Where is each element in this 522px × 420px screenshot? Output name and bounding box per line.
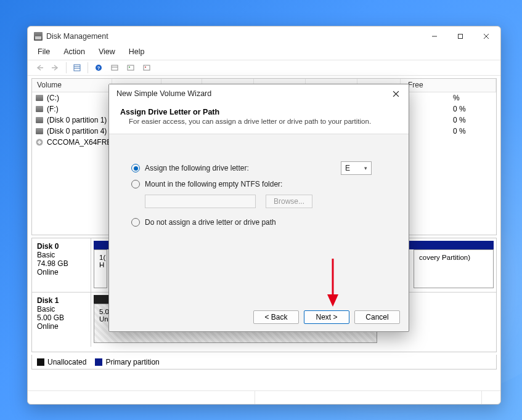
drive-icon (36, 128, 43, 134)
statusbar (28, 390, 500, 404)
drive-icon (36, 106, 43, 112)
titlebar: Disk Management (28, 26, 500, 46)
svg-rect-1 (459, 34, 463, 39)
toolbar-button-1[interactable] (69, 61, 85, 75)
toolbar: ? (28, 60, 500, 76)
dialog-heading: Assign Drive Letter or Path (120, 108, 398, 116)
menubar: File Action View Help (28, 46, 500, 60)
toolbar-button-3[interactable] (107, 61, 123, 75)
app-icon (34, 32, 43, 41)
legend-unallocated: Unallocated (37, 358, 86, 366)
mount-path-input (145, 195, 256, 208)
svg-rect-4 (74, 65, 80, 71)
menu-view[interactable]: View (92, 46, 121, 60)
svg-rect-13 (144, 65, 150, 70)
col-volume[interactable]: Volume (32, 79, 112, 92)
partition-box[interactable]: 1( H (94, 249, 107, 288)
menu-file[interactable]: File (31, 46, 56, 60)
nav-forward-button[interactable] (47, 61, 63, 75)
svg-rect-11 (128, 65, 134, 70)
partition-box[interactable]: covery Partition) (414, 249, 494, 288)
nav-back-button[interactable] (31, 61, 47, 75)
radio-icon (131, 218, 140, 227)
cancel-button[interactable]: Cancel (354, 310, 400, 324)
disk-info[interactable]: Disk 1 Basic 5.00 GB Online (32, 293, 91, 347)
menu-action[interactable]: Action (57, 46, 91, 60)
minimize-button[interactable] (422, 28, 447, 45)
back-button[interactable]: < Back (253, 310, 299, 324)
option-assign-letter[interactable]: Assign the following drive letter: E▾ (131, 160, 390, 176)
legend-primary: Primary partition (95, 358, 159, 366)
toolbar-button-4[interactable] (123, 61, 139, 75)
drive-icon (36, 95, 43, 101)
option-no-assign[interactable]: Do not assign a drive letter or drive pa… (131, 214, 390, 230)
drive-icon (36, 117, 43, 123)
next-button[interactable]: Next > (304, 310, 349, 324)
close-button[interactable] (473, 28, 499, 45)
help-button[interactable]: ? (91, 61, 107, 75)
dialog-title: New Simple Volume Wizard (116, 89, 211, 98)
dialog-close-button[interactable] (386, 86, 405, 101)
col-free[interactable]: Free (401, 79, 496, 92)
chevron-down-icon: ▾ (364, 165, 367, 171)
svg-rect-14 (145, 67, 146, 68)
new-volume-wizard-dialog: New Simple Volume Wizard Assign Drive Le… (108, 84, 409, 332)
svg-rect-12 (129, 67, 130, 68)
maximize-button[interactable] (447, 28, 473, 45)
toolbar-button-5[interactable] (139, 61, 155, 75)
dialog-subheading: For easier access, you can assign a driv… (120, 116, 398, 125)
browse-button: Browse... (266, 195, 312, 208)
disk-info[interactable]: Disk 0 Basic 74.98 GB Online (32, 238, 91, 292)
svg-rect-9 (112, 65, 118, 70)
window-title: Disk Management (46, 32, 108, 41)
legend: Unallocated Primary partition (31, 355, 497, 370)
disc-icon (36, 139, 43, 146)
radio-icon (131, 164, 140, 172)
menu-help[interactable]: Help (123, 46, 151, 60)
drive-letter-select[interactable]: E▾ (341, 161, 372, 175)
option-mount-folder[interactable]: Mount in the following empty NTFS folder… (131, 176, 390, 192)
radio-icon (131, 180, 140, 188)
svg-text:?: ? (97, 65, 100, 71)
